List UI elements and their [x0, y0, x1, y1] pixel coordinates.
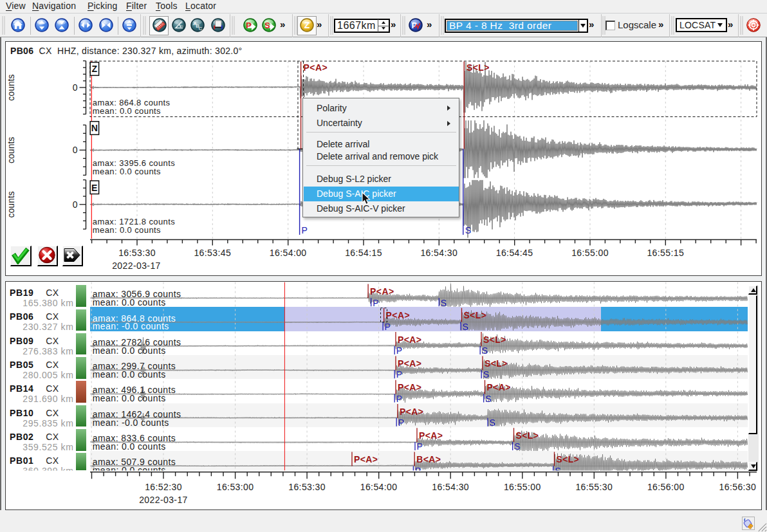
svg-text:C: C: [198, 26, 202, 32]
svg-text:P: P: [246, 21, 251, 30]
svg-text:45: 45: [180, 24, 183, 28]
svg-text:S: S: [264, 21, 270, 30]
svg-text:Z: Z: [304, 20, 310, 30]
